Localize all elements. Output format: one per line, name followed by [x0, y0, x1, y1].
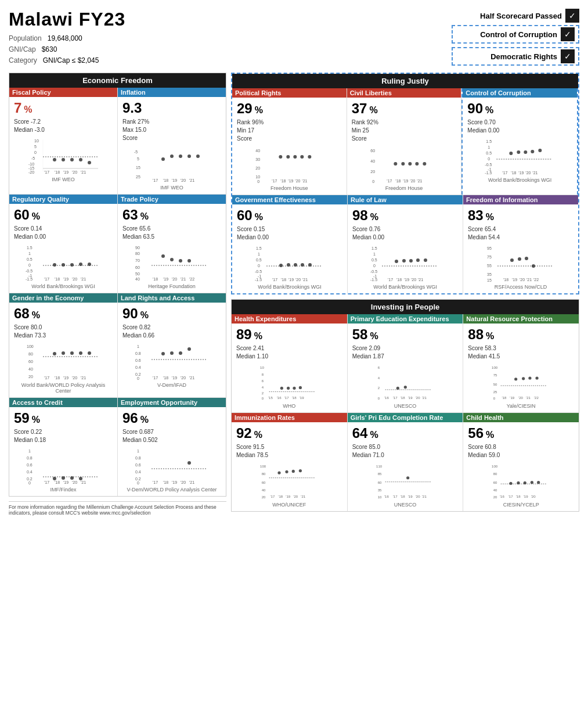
primary-edu-header: Primary Education Expenditures — [348, 314, 463, 324]
natural-res-source: Yale/CIESIN — [468, 403, 574, 409]
svg-text:'18: '18 — [502, 396, 507, 400]
civil-source: Freedom House — [352, 185, 457, 191]
employment-source: V-Dem/WORLD Policy Analysis Center — [122, 487, 221, 493]
svg-text:60: 60 — [135, 265, 140, 269]
gni-value: $630 — [42, 44, 57, 55]
employment-percent: 96 — [122, 410, 138, 426]
health-exp-value-row: 89 % — [236, 326, 342, 343]
svg-text:'19: '19 — [172, 376, 177, 380]
svg-text:1: 1 — [28, 449, 31, 453]
svg-text:'21: '21 — [81, 170, 86, 174]
svg-text:20: 20 — [493, 495, 497, 499]
employment-chart-svg: 1 0.8 0.6 0.4 0.2 0 '17 '18 '19 — [122, 447, 221, 484]
civil-liberties-header: Civil Liberties — [347, 88, 461, 98]
corruption-pct: % — [485, 105, 493, 116]
svg-point-9 — [53, 158, 56, 161]
svg-text:'20: '20 — [181, 178, 186, 182]
corruption-details: Score 0.70Median 0.00 — [467, 118, 572, 135]
svg-point-203 — [409, 259, 413, 263]
svg-text:'21: '21 — [301, 495, 306, 498]
girls-edu-card: Girls' Pri Edu Completion Rate 64 % Scor… — [348, 413, 464, 511]
population-label: Population — [9, 33, 42, 44]
investing-row2: Immunization Rates 92 % Score 91.5Median… — [232, 412, 579, 511]
svg-text:15: 15 — [136, 166, 140, 170]
svg-text:1.5: 1.5 — [371, 246, 377, 250]
svg-text:0.5: 0.5 — [256, 258, 262, 262]
corruption-chart-svg: 1.5 1 0.5 0 -0.5 -1 -1.5 — [467, 137, 572, 175]
gender-percent: 68 — [14, 306, 30, 322]
category-value: GNI/Cap ≤ $2,045 — [43, 55, 99, 66]
land-pct: % — [140, 310, 149, 321]
child-health-pct: % — [486, 430, 494, 440]
regulatory-chart: 1.5 1 0.5 0 -0.5 -1 -1.5 — [14, 243, 113, 289]
govt-eff-value-row: 60 % — [237, 207, 342, 224]
svg-text:'21: '21 — [189, 480, 194, 484]
civil-liberties-card: Civil Liberties 37 % Rank 92%Min 25Score… — [347, 88, 462, 195]
child-health-value-row: 56 % — [468, 425, 574, 441]
svg-text:0.4: 0.4 — [135, 365, 141, 369]
svg-point-149 — [401, 162, 405, 166]
svg-text:'19: '19 — [407, 495, 413, 498]
svg-text:35: 35 — [487, 272, 492, 276]
svg-text:-1.5: -1.5 — [255, 278, 262, 282]
header-meta: Population 19,648,000 GNI/Cap $630 Categ… — [9, 33, 125, 67]
svg-point-73 — [53, 352, 56, 355]
scorecard-democratic-check: ✓ — [561, 49, 575, 63]
economic-row4: Access to Credit 59 % Score 0.22Median 0… — [9, 397, 226, 496]
svg-text:'18: '18 — [55, 376, 60, 380]
svg-text:'20: '20 — [411, 278, 416, 282]
svg-text:70: 70 — [135, 258, 140, 263]
svg-text:80: 80 — [28, 352, 33, 356]
svg-text:'20: '20 — [181, 376, 186, 380]
fiscal-chart-source: IMF WEO — [14, 177, 113, 182]
land-chart-svg: 1 0.8 0.6 0.4 0.2 0 — [122, 342, 221, 380]
svg-text:80: 80 — [262, 472, 266, 476]
svg-text:6: 6 — [377, 366, 380, 369]
svg-text:'18: '18 — [396, 278, 402, 282]
svg-text:1.5: 1.5 — [256, 246, 262, 250]
primary-edu-chart: 6 4 2 0 '16 '17 '18 '19 — [352, 363, 459, 409]
freedom-info-percent: 83 — [468, 207, 484, 224]
scorecard-half: Half Scorecard Passed ✓ — [452, 9, 579, 23]
immunization-chart-svg: 100 80 60 40 20 '17 — [236, 462, 342, 499]
immunization-value-row: 92 % — [236, 425, 342, 441]
regulatory-chart-svg: 1.5 1 0.5 0 -0.5 -1 -1.5 — [14, 243, 113, 281]
gender-source: World Bank/WORLD Policy Analysis Center — [14, 382, 113, 394]
svg-text:-1.5: -1.5 — [485, 171, 492, 175]
svg-text:-10: -10 — [28, 162, 34, 166]
svg-text:'19: '19 — [519, 171, 524, 175]
health-exp-source: WHO — [236, 403, 342, 409]
svg-text:2: 2 — [377, 386, 380, 390]
svg-point-93 — [187, 347, 191, 351]
regulatory-value-row: 60 % — [14, 207, 113, 223]
svg-point-150 — [408, 162, 412, 166]
girls-edu-source: UNESCO — [352, 502, 459, 508]
credit-chart: 1 0.8 0.6 0.4 0.2 0 — [14, 447, 113, 493]
credit-chart-svg: 1 0.8 0.6 0.4 0.2 0 — [14, 447, 113, 484]
svg-text:0.4: 0.4 — [27, 470, 33, 474]
svg-text:60: 60 — [493, 481, 497, 484]
svg-text:0: 0 — [372, 179, 374, 183]
svg-text:'16: '16 — [384, 396, 389, 400]
immunization-details: Score 91.5Median 78.5 — [236, 443, 342, 459]
credit-header: Access to Credit — [9, 398, 117, 407]
svg-text:0.8: 0.8 — [135, 351, 141, 355]
svg-text:0.6: 0.6 — [135, 463, 141, 467]
employment-card: Employment Opportunity 96 % Score 0.687M… — [118, 398, 226, 496]
gender-chart: 100 80 60 40 20 '1 — [14, 342, 113, 394]
rule-law-details: Score 0.76Median 0.00 — [352, 225, 458, 242]
main-sections: Economic Freedom Fiscal Policy 7 % Score… — [9, 73, 579, 516]
employment-value-row: 96 % — [122, 410, 221, 426]
svg-point-27 — [187, 154, 191, 158]
gender-header: Gender in the Economy — [9, 293, 117, 303]
svg-text:'19: '19 — [407, 396, 413, 400]
political-details: Rank 96%Min 17Score — [237, 118, 342, 143]
svg-text:0: 0 — [262, 397, 264, 400]
svg-text:0: 0 — [28, 263, 31, 267]
scorecard-half-label: Half Scorecard Passed — [480, 12, 562, 20]
svg-text:80: 80 — [493, 472, 497, 476]
svg-text:'17: '17 — [388, 278, 393, 282]
right-sections: Ruling Justly Political Rights 29 % Rank… — [231, 73, 579, 516]
credit-details: Score 0.22Median 0.18 — [14, 428, 113, 444]
freedom-info-value-row: 83 % — [468, 207, 573, 224]
